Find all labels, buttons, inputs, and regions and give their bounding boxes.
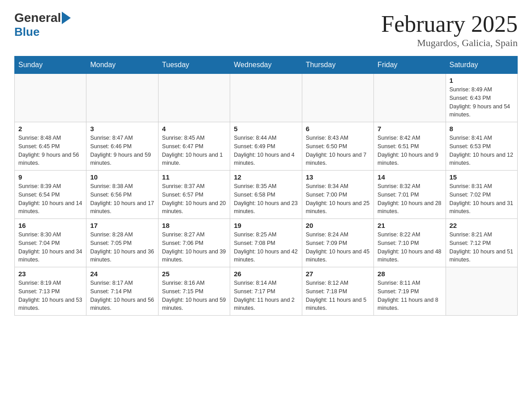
day-detail: Sunrise: 8:22 AMSunset: 7:10 PMDaylight:… xyxy=(378,231,442,264)
day-detail: Sunrise: 8:38 AMSunset: 6:56 PMDaylight:… xyxy=(90,182,154,216)
calendar-day-cell: 21Sunrise: 8:22 AMSunset: 7:10 PMDayligh… xyxy=(374,219,446,267)
day-detail: Sunrise: 8:16 AMSunset: 7:15 PMDaylight:… xyxy=(162,279,226,313)
day-of-week-header: Sunday xyxy=(15,56,86,74)
day-number: 19 xyxy=(234,222,298,229)
day-number: 14 xyxy=(378,173,442,181)
logo-blue-text: Blue xyxy=(14,25,39,39)
day-of-week-header: Monday xyxy=(86,56,158,74)
calendar-day-cell: 19Sunrise: 8:25 AMSunset: 7:08 PMDayligh… xyxy=(230,219,302,267)
calendar-day-cell: 7Sunrise: 8:42 AMSunset: 6:51 PMDaylight… xyxy=(374,122,446,171)
day-detail: Sunrise: 8:34 AMSunset: 7:00 PMDaylight:… xyxy=(306,182,370,216)
day-number: 20 xyxy=(306,222,370,229)
calendar-day-cell: 16Sunrise: 8:30 AMSunset: 7:04 PMDayligh… xyxy=(15,219,86,267)
day-number: 8 xyxy=(450,125,514,133)
calendar-day-cell: 9Sunrise: 8:39 AMSunset: 6:54 PMDaylight… xyxy=(15,171,86,219)
day-number: 26 xyxy=(234,270,298,278)
calendar-day-cell: 8Sunrise: 8:41 AMSunset: 6:53 PMDaylight… xyxy=(446,122,517,171)
day-number: 16 xyxy=(18,222,82,229)
day-of-week-header: Wednesday xyxy=(230,56,302,74)
calendar-header-row: SundayMondayTuesdayWednesdayThursdayFrid… xyxy=(15,56,518,74)
calendar-day-cell: 20Sunrise: 8:24 AMSunset: 7:09 PMDayligh… xyxy=(302,219,373,267)
day-detail: Sunrise: 8:24 AMSunset: 7:09 PMDaylight:… xyxy=(306,231,370,264)
day-detail: Sunrise: 8:32 AMSunset: 7:01 PMDaylight:… xyxy=(378,182,442,216)
day-detail: Sunrise: 8:27 AMSunset: 7:06 PMDaylight:… xyxy=(162,231,226,264)
calendar-day-cell xyxy=(230,74,302,122)
day-number: 12 xyxy=(234,173,298,181)
title-block: February 2025 Mugardos, Galicia, Spain xyxy=(381,11,518,49)
svg-marker-0 xyxy=(62,12,71,24)
calendar-day-cell: 5Sunrise: 8:44 AMSunset: 6:49 PMDaylight… xyxy=(230,122,302,171)
day-detail: Sunrise: 8:37 AMSunset: 6:57 PMDaylight:… xyxy=(162,182,226,216)
day-of-week-header: Thursday xyxy=(302,56,373,74)
day-detail: Sunrise: 8:30 AMSunset: 7:04 PMDaylight:… xyxy=(18,231,82,264)
calendar-day-cell: 12Sunrise: 8:35 AMSunset: 6:58 PMDayligh… xyxy=(230,171,302,219)
calendar-day-cell xyxy=(86,74,158,122)
day-number: 1 xyxy=(450,77,514,84)
day-detail: Sunrise: 8:28 AMSunset: 7:05 PMDaylight:… xyxy=(90,231,154,264)
calendar-day-cell xyxy=(374,74,446,122)
calendar-day-cell: 6Sunrise: 8:43 AMSunset: 6:50 PMDaylight… xyxy=(302,122,373,171)
calendar-day-cell: 27Sunrise: 8:12 AMSunset: 7:18 PMDayligh… xyxy=(302,267,373,316)
day-number: 11 xyxy=(162,173,226,181)
calendar-day-cell: 23Sunrise: 8:19 AMSunset: 7:13 PMDayligh… xyxy=(15,267,86,316)
page-title: February 2025 xyxy=(381,11,518,37)
calendar-day-cell: 10Sunrise: 8:38 AMSunset: 6:56 PMDayligh… xyxy=(86,171,158,219)
day-number: 15 xyxy=(450,173,514,181)
calendar-day-cell: 25Sunrise: 8:16 AMSunset: 7:15 PMDayligh… xyxy=(158,267,230,316)
logo-arrow-icon xyxy=(62,12,71,24)
day-detail: Sunrise: 8:47 AMSunset: 6:46 PMDaylight:… xyxy=(90,134,154,167)
day-number: 23 xyxy=(18,270,82,278)
day-number: 27 xyxy=(306,270,370,278)
calendar-day-cell: 15Sunrise: 8:31 AMSunset: 7:02 PMDayligh… xyxy=(446,171,517,219)
day-number: 24 xyxy=(90,270,154,278)
calendar-day-cell: 24Sunrise: 8:17 AMSunset: 7:14 PMDayligh… xyxy=(86,267,158,316)
day-detail: Sunrise: 8:39 AMSunset: 6:54 PMDaylight:… xyxy=(18,182,82,216)
day-detail: Sunrise: 8:43 AMSunset: 6:50 PMDaylight:… xyxy=(306,134,370,167)
calendar-day-cell: 17Sunrise: 8:28 AMSunset: 7:05 PMDayligh… xyxy=(86,219,158,267)
day-number: 3 xyxy=(90,125,154,133)
day-number: 28 xyxy=(378,270,442,278)
calendar-week-row: 1Sunrise: 8:49 AMSunset: 6:43 PMDaylight… xyxy=(15,74,518,122)
day-number: 4 xyxy=(162,125,226,133)
page-header: General Blue February 2025 Mugardos, Gal… xyxy=(14,11,518,49)
day-detail: Sunrise: 8:19 AMSunset: 7:13 PMDaylight:… xyxy=(18,279,82,313)
day-detail: Sunrise: 8:49 AMSunset: 6:43 PMDaylight:… xyxy=(450,86,514,119)
day-of-week-header: Friday xyxy=(374,56,446,74)
day-detail: Sunrise: 8:11 AMSunset: 7:19 PMDaylight:… xyxy=(378,279,442,313)
day-detail: Sunrise: 8:35 AMSunset: 6:58 PMDaylight:… xyxy=(234,182,298,216)
day-of-week-header: Saturday xyxy=(446,56,517,74)
day-number: 13 xyxy=(306,173,370,181)
day-detail: Sunrise: 8:41 AMSunset: 6:53 PMDaylight:… xyxy=(450,134,514,167)
day-number: 9 xyxy=(18,173,82,181)
calendar-day-cell: 2Sunrise: 8:48 AMSunset: 6:45 PMDaylight… xyxy=(15,122,86,171)
calendar-day-cell xyxy=(302,74,373,122)
calendar-day-cell: 14Sunrise: 8:32 AMSunset: 7:01 PMDayligh… xyxy=(374,171,446,219)
calendar-table: SundayMondayTuesdayWednesdayThursdayFrid… xyxy=(14,56,518,316)
calendar-week-row: 9Sunrise: 8:39 AMSunset: 6:54 PMDaylight… xyxy=(15,171,518,219)
day-of-week-header: Tuesday xyxy=(158,56,230,74)
calendar-day-cell: 22Sunrise: 8:21 AMSunset: 7:12 PMDayligh… xyxy=(446,219,517,267)
day-detail: Sunrise: 8:48 AMSunset: 6:45 PMDaylight:… xyxy=(18,134,82,167)
logo: General Blue xyxy=(14,11,71,39)
day-number: 5 xyxy=(234,125,298,133)
page-subtitle: Mugardos, Galicia, Spain xyxy=(381,37,518,49)
day-detail: Sunrise: 8:17 AMSunset: 7:14 PMDaylight:… xyxy=(90,279,154,313)
day-number: 22 xyxy=(450,222,514,229)
calendar-day-cell: 3Sunrise: 8:47 AMSunset: 6:46 PMDaylight… xyxy=(86,122,158,171)
day-number: 6 xyxy=(306,125,370,133)
day-detail: Sunrise: 8:25 AMSunset: 7:08 PMDaylight:… xyxy=(234,231,298,264)
calendar-week-row: 2Sunrise: 8:48 AMSunset: 6:45 PMDaylight… xyxy=(15,122,518,171)
day-number: 2 xyxy=(18,125,82,133)
day-detail: Sunrise: 8:21 AMSunset: 7:12 PMDaylight:… xyxy=(450,231,514,264)
logo-general-text: General xyxy=(14,11,61,25)
calendar-day-cell: 18Sunrise: 8:27 AMSunset: 7:06 PMDayligh… xyxy=(158,219,230,267)
day-detail: Sunrise: 8:42 AMSunset: 6:51 PMDaylight:… xyxy=(378,134,442,167)
calendar-day-cell: 13Sunrise: 8:34 AMSunset: 7:00 PMDayligh… xyxy=(302,171,373,219)
day-detail: Sunrise: 8:12 AMSunset: 7:18 PMDaylight:… xyxy=(306,279,370,313)
calendar-day-cell xyxy=(158,74,230,122)
day-detail: Sunrise: 8:44 AMSunset: 6:49 PMDaylight:… xyxy=(234,134,298,167)
calendar-day-cell xyxy=(15,74,86,122)
day-number: 21 xyxy=(378,222,442,229)
calendar-day-cell xyxy=(446,267,517,316)
day-number: 17 xyxy=(90,222,154,229)
